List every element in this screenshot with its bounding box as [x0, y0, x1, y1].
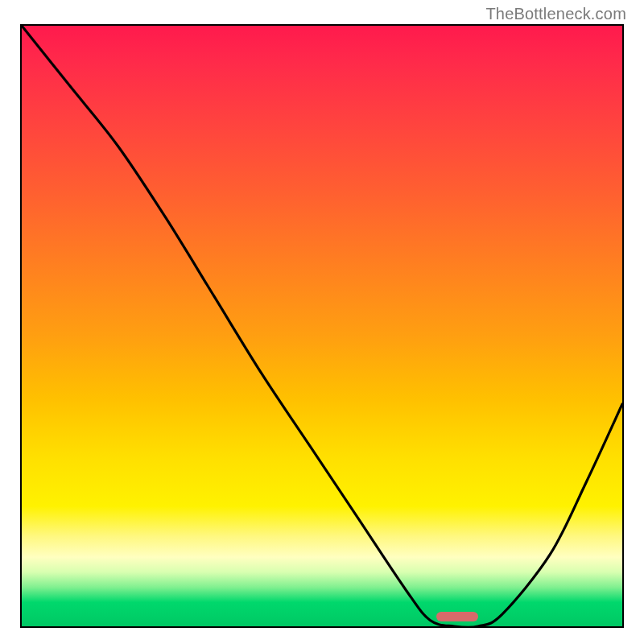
plot-frame	[20, 24, 624, 628]
gradient-background	[22, 26, 622, 626]
optimal-range-marker	[436, 612, 478, 621]
chart-stage: TheBottleneck.com	[0, 0, 644, 644]
watermark-text: TheBottleneck.com	[485, 5, 626, 23]
